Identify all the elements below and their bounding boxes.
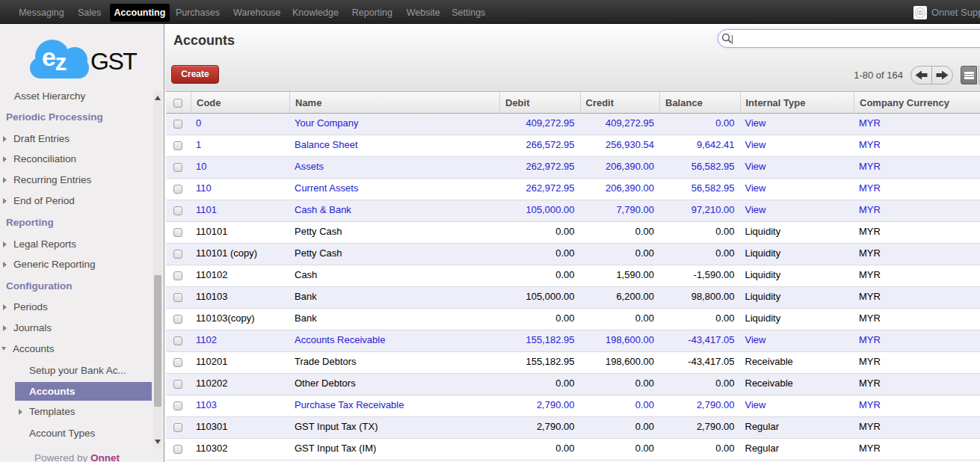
svg-text:e: e [42, 43, 56, 71]
svg-text:z: z [55, 49, 67, 76]
